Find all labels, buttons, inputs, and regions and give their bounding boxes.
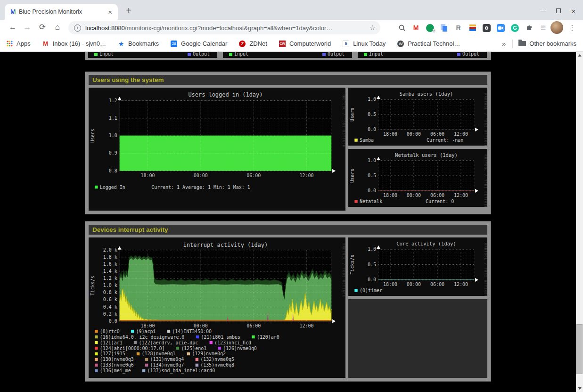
svg-text:18:00: 18:00 [383,282,397,287]
reader-icon[interactable]: R [453,22,464,34]
netatalk-users-graph[interactable]: Netatalk users (1day)Users1.00.50.018:00… [348,149,487,207]
bookmark-label: Bookmarks [128,40,159,47]
svg-text:(16)idma64.0, i2c_designware.0: (16)idma64.0, i2c_designware.0 [100,335,185,340]
playlist-icon[interactable]: ☰ [538,22,549,34]
svg-text:(137)snd_hda_intel:card0: (137)snd_hda_intel:card0 [148,368,215,374]
svg-text:(132)nvme0q5: (132)nvme0q5 [200,357,234,362]
legend-output: Output [188,52,210,57]
bookmark-label: ZDNet [249,40,267,47]
other-bookmarks-button[interactable]: Other bookmarks [518,40,576,47]
bookmark-item[interactable]: 28Google Calendar [170,40,227,48]
back-button[interactable]: ← [7,21,19,33]
svg-text:18:00: 18:00 [140,323,155,328]
bookmark-label: Linux Today [353,40,386,47]
scrollbar[interactable] [576,52,583,392]
section-users-header: Users using the system [89,75,487,85]
input-swatch-icon [94,53,98,56]
samba-users-graph[interactable]: Samba users (1day)Users1.00.50.018:0000:… [348,88,487,146]
svg-text:(133)nvme0q6: (133)nvme0q6 [100,362,134,368]
grammarly-icon[interactable]: G [509,22,520,34]
keeper-icon[interactable] [481,22,492,34]
svg-text:00:00: 00:00 [194,173,208,178]
svg-text:(124)ahci[0000:00:17.0]: (124)ahci[0000:00:17.0] [100,346,165,351]
svg-text:0.5: 0.5 [368,173,376,178]
bookmark-item[interactable]: WPractical Technol… [397,40,460,48]
svg-text:06:00: 06:00 [246,323,261,328]
apps-grid-icon [6,40,13,48]
puzzle-icon[interactable] [524,22,534,34]
scrollbar-down-icon[interactable] [576,385,583,392]
svg-text:Users: Users [350,169,355,183]
gmail-icon: M [42,40,49,48]
svg-text:(123)xhci_hcd: (123)xhci_hcd [214,340,251,346]
svg-text:12:00: 12:00 [300,173,314,178]
home-button[interactable]: ⌂ [51,21,64,33]
voice-icon[interactable]: ? [425,22,435,34]
scrollbar-up-icon[interactable] [576,52,583,59]
new-tab-button[interactable]: + [123,5,135,17]
reload-button[interactable]: ⟳ [36,21,49,33]
svg-text:RRDTOOL / TOBI OETIKER: RRDTOOL / TOBI OETIKER [484,155,487,207]
svg-text:Ticks/s: Ticks/s [350,254,355,274]
zoom-icon[interactable] [495,22,506,34]
window-close-button[interactable]: × [567,6,581,16]
svg-text:2.0 k: 2.0 k [103,247,117,253]
browser-menu-icon[interactable]: ⋮ [568,22,576,34]
star-icon: ★ [117,40,125,48]
bookmarks-overflow-chevron[interactable]: » [502,40,506,48]
bookmark-item[interactable]: MInbox (16) - sjvn0… [42,40,106,48]
url-path: /monitorix-cgi/monitorix.cgi?mode=localh… [125,24,332,32]
interrupt-activity-graph[interactable]: Interrupt activity (1day)Ticks/s2.0 k1.8… [89,237,345,378]
bookmark-label: Apps [16,40,31,47]
svg-text:00:00: 00:00 [407,131,421,137]
svg-text:00:00: 00:00 [407,193,421,198]
bookmarks-divider [512,40,513,48]
svg-text:00:00: 00:00 [194,323,208,328]
bookmark-item[interactable]: CWComputerworld [279,40,331,48]
browser-tab[interactable]: M Blue Precision Monitorix × [5,4,118,20]
window-minimize-button[interactable] [536,6,550,16]
users-logged-in-graph[interactable]: Users logged in (1day)Users1.21.11.00.90… [89,88,345,211]
svg-text:(136)mei_me: (136)mei_me [100,368,131,374]
svg-text:18:00: 18:00 [383,193,397,198]
svg-text:0.8 k: 0.8 k [103,290,117,295]
section-users: Users using the system Users logged in (… [85,72,491,214]
svg-text:06:00: 06:00 [430,131,444,137]
profile-avatar[interactable] [550,21,563,34]
svg-text:0.6 k: 0.6 k [103,297,117,302]
gmail-icon[interactable]: M [411,22,421,34]
books-icon[interactable] [467,22,478,34]
window-maximize-button[interactable] [551,6,566,16]
svg-text:(128)nvme0q1: (128)nvme0q1 [142,351,176,356]
svg-text:(127)i915: (127)i915 [100,351,125,356]
copy-icon[interactable] [439,22,450,34]
svg-text:06:00: 06:00 [246,173,261,178]
forward-button[interactable]: → [21,21,33,33]
address-bar[interactable]: i localhost:8080/monitorix-cgi/monitorix… [68,21,380,34]
svg-text:1.2 k: 1.2 k [103,276,117,281]
svg-text:Users: Users [350,107,355,122]
bookmark-item[interactable]: Apps [6,40,31,48]
core-activity-graph[interactable]: Core activity (1day)Ticks/s1.00.50.018:0… [348,237,487,296]
svg-text:Core activity (1day): Core activity (1day) [396,241,456,246]
svg-text:1.6 k: 1.6 k [103,261,117,267]
bookmark-star-icon[interactable]: ☆ [370,24,376,32]
output-swatch-icon [188,53,191,56]
page-info-icon[interactable]: i [74,24,81,32]
output-swatch-icon [457,53,460,56]
svg-text:RRDTOOL / TOBI OETIKER: RRDTOOL / TOBI OETIKER [484,93,487,146]
svg-text:0.5: 0.5 [368,112,376,117]
scrollbar-thumb[interactable] [576,324,583,374]
tab-close-icon[interactable]: × [106,8,114,16]
search-icon[interactable] [396,22,407,34]
url-text[interactable]: localhost:8080/monitorix-cgi/monitorix.c… [85,24,370,32]
svg-text:06:00: 06:00 [430,282,444,287]
svg-text:RRDTOOL / TOBI OETIKER: RRDTOOL / TOBI OETIKER [484,243,487,296]
bookmark-item[interactable]: ZZDNet [238,40,267,48]
svg-text:0.5: 0.5 [368,262,376,267]
svg-text:Netatalk users (1day): Netatalk users (1day) [395,152,458,158]
svg-text:(134)nvme0q7: (134)nvme0q7 [150,362,184,368]
bookmark-item[interactable]: ★Bookmarks [117,40,159,48]
legend-input: Input [364,52,383,57]
bookmark-item[interactable]: ltLinux Today [342,40,386,48]
